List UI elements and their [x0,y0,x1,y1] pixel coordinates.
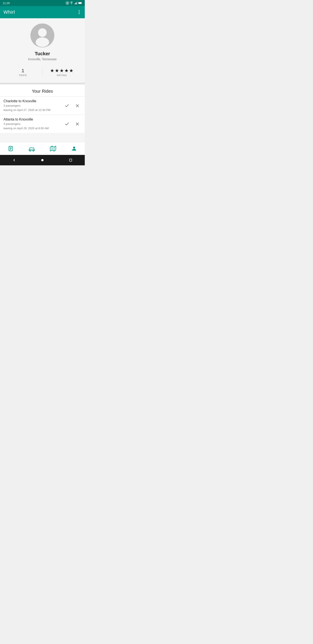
ride-info-2: Atlanta to Knoxville 3 passengers leavin… [3,118,60,130]
svg-point-1 [67,2,68,4]
avatar [30,24,54,48]
rides-title: Your Rides [0,88,85,96]
check-icon [64,103,69,108]
svg-rect-5 [77,2,77,4]
svg-point-20 [30,150,31,151]
home-button[interactable] [38,156,47,164]
ride-departure-1: leaving on April 27, 2020 at 12:30 PM [3,108,60,112]
ride-cancel-button-2[interactable] [73,120,81,128]
person-icon [71,146,77,152]
content-area [0,133,85,142]
rating-stat: ★★★★★ RATING [43,66,81,78]
close-icon-2 [75,122,80,126]
nav-item-car[interactable] [21,142,43,155]
trips-stat: 1 TRIPS [3,66,42,78]
profile-location: Knoxville, Tennessee [28,58,56,61]
check-icon-2 [64,122,69,126]
wifi-icon [70,2,73,4]
register-icon [66,1,69,5]
app-title: Whirl [3,9,15,15]
svg-point-25 [73,146,75,148]
svg-point-26 [41,159,44,162]
battery-icon [78,2,82,4]
svg-rect-8 [79,2,81,4]
ride-passengers-2: 3 passengers [3,122,60,126]
profile-name: Tucker [35,51,50,56]
signal-icon [74,2,77,4]
nav-item-map[interactable] [42,142,64,155]
back-button[interactable] [10,156,18,164]
status-time: 11:29 [2,2,10,5]
android-nav-bar [0,155,85,165]
recents-button[interactable] [66,156,75,164]
bottom-nav [0,142,85,155]
ride-actions-2 [63,120,81,128]
ride-info-1: Charlotte to Knoxville 3 passengers leav… [3,99,60,112]
rating-stars: ★★★★★ [50,68,74,74]
app-bar: Whirl [0,6,85,18]
ride-confirm-button-2[interactable] [63,120,71,128]
ride-route-1: Charlotte to Knoxville [3,99,60,103]
svg-point-9 [38,28,47,37]
svg-point-10 [36,38,49,47]
nav-item-rides[interactable] [0,142,21,155]
profile-stats: 1 TRIPS ★★★★★ RATING [3,66,81,78]
svg-point-21 [33,150,34,151]
svg-rect-7 [81,2,82,4]
rides-section: Your Rides Charlotte to Knoxville 3 pass… [0,84,85,133]
svg-rect-2 [74,4,75,4]
trips-label: TRIPS [19,74,27,76]
ride-confirm-button-1[interactable] [63,102,71,110]
ride-item-2: Atlanta to Knoxville 3 passengers leavin… [0,115,85,133]
more-options-button[interactable] [77,8,81,16]
ride-cancel-button-1[interactable] [73,102,81,110]
status-icons [66,1,82,5]
back-icon [12,158,16,162]
avatar-icon [30,24,54,48]
section-divider [0,83,85,84]
clipboard-icon [7,146,14,152]
rating-label: RATING [57,74,67,76]
ride-departure-2: leaving on April 29, 2020 at 8:00 AM [3,126,60,130]
map-icon [50,146,56,152]
svg-marker-22 [50,146,56,151]
profile-section: Tucker Knoxville, Tennessee 1 TRIPS ★★★★… [0,18,85,83]
svg-rect-3 [75,3,76,4]
car-icon [28,146,35,152]
svg-rect-4 [76,2,76,4]
nav-item-profile[interactable] [64,142,85,155]
home-icon [41,158,44,162]
ride-passengers-1: 3 passengers [3,104,60,108]
ride-route-2: Atlanta to Knoxville [3,118,60,122]
svg-rect-27 [69,159,72,162]
recents-icon [69,158,72,162]
close-icon [75,103,80,108]
ride-item-1: Charlotte to Knoxville 3 passengers leav… [0,96,85,115]
trips-count: 1 [21,68,24,74]
status-bar: 11:29 [0,0,85,6]
ride-actions-1 [63,102,81,110]
